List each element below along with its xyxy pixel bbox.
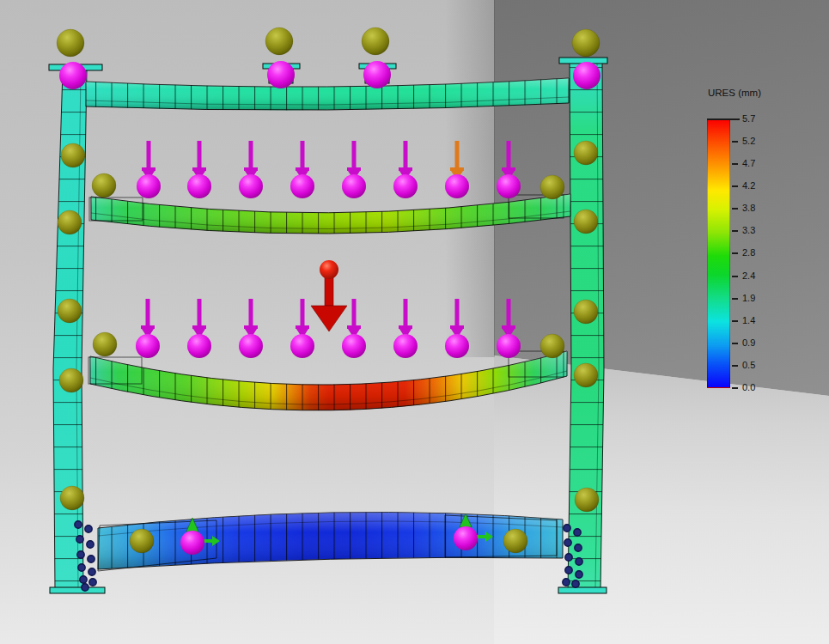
load-arrow-bar (296, 167, 309, 171)
load-arrow-bar (192, 325, 206, 329)
legend-tick-label: 3.3 (742, 224, 755, 236)
legend-tick-mark (732, 387, 738, 389)
legend-tick-label: 2.4 (742, 270, 755, 282)
load-sphere (497, 174, 521, 198)
load-arrow-shaft (507, 299, 511, 326)
load-arrow-bar (192, 167, 206, 171)
load-sphere (342, 174, 366, 198)
legend-tick-mark (732, 185, 738, 187)
load-arrow-shaft (301, 299, 305, 326)
load-sphere (137, 174, 161, 198)
simulation-viewport[interactable]: URES (mm) 5.75.24.74.23.83.32.82.41.91.4… (0, 0, 829, 644)
load-sphere (290, 174, 314, 198)
bolt-connector (87, 541, 94, 548)
top-beam-mesh (86, 78, 569, 110)
result-legend[interactable]: URES (mm) 5.75.24.74.23.83.32.82.41.91.4… (696, 82, 826, 405)
load-arrow-bar (399, 167, 412, 171)
second-floor-beam-mesh (91, 194, 570, 234)
legend-tick-label: 0.5 (742, 359, 755, 371)
load-arrow-bar (141, 325, 155, 329)
load-arrow-bar (399, 325, 412, 329)
joint-sphere-olive (59, 368, 83, 392)
bolt-connector (563, 579, 570, 586)
load-arrow (136, 299, 160, 358)
bolt-connector (82, 584, 88, 591)
legend-colorbar (707, 119, 730, 388)
joint-sphere-olive (540, 175, 564, 199)
bolt-connector (576, 558, 582, 565)
third-floor-beam-mesh (90, 351, 567, 410)
load-sphere (136, 334, 160, 358)
load-arrow (239, 299, 263, 358)
restraint-sphere (180, 531, 204, 555)
legend-tick-mark (707, 118, 740, 120)
bolt-connector (75, 521, 82, 528)
load-arrow-shaft (404, 299, 408, 326)
restraint-sphere (454, 526, 478, 550)
load-sphere (290, 334, 314, 358)
bolt-connector (88, 568, 95, 575)
legend-tick-label: 5.2 (742, 135, 755, 147)
bolt-connector (88, 556, 94, 562)
load-arrow-shaft (249, 141, 253, 168)
load-sphere (497, 334, 521, 358)
legend-tick-mark (732, 141, 738, 143)
bolt-connector (85, 526, 92, 532)
joint-sphere-olive (362, 27, 389, 55)
legend-tick-label: 5.7 (742, 112, 755, 125)
load-arrow (393, 299, 418, 358)
joint-sphere-olive (503, 529, 527, 553)
joint-sphere-magenta (363, 61, 391, 88)
joint-sphere-olive (93, 332, 117, 356)
joint-sphere-olive (572, 29, 600, 57)
load-arrow-bar (502, 167, 515, 171)
bolt-connector (574, 529, 581, 536)
joint-sphere-olive (540, 334, 564, 358)
legend-tick-label: 2.8 (742, 246, 755, 258)
legend-tick-mark (732, 252, 738, 254)
joint-sphere-olive (58, 299, 82, 323)
left-column-base-plate (50, 587, 105, 593)
legend-tick-label: 0.9 (742, 337, 755, 349)
legend-tick-label: 1.9 (742, 292, 755, 304)
legend-tick-label: 3.8 (742, 202, 755, 214)
load-arrow (290, 141, 314, 198)
load-arrow-bar (347, 325, 361, 329)
load-arrow-shaft (198, 141, 202, 168)
load-arrow-bar (142, 167, 155, 171)
joint-sphere-olive (574, 141, 598, 165)
load-arrow (137, 141, 161, 198)
bolt-connector (80, 576, 87, 583)
legend-tick-mark (732, 163, 738, 165)
bolt-connector (575, 544, 582, 551)
legend-tick-mark (732, 343, 738, 344)
bolt-connector (576, 571, 582, 578)
load-arrow (239, 141, 263, 198)
joint-sphere-olive (265, 27, 293, 55)
load-arrow (187, 141, 211, 198)
right-column-base-plate (558, 587, 607, 593)
bolt-connector (78, 564, 85, 571)
legend-tick-mark (732, 320, 738, 322)
load-arrow (290, 299, 314, 358)
load-arrow-shaft (198, 299, 202, 326)
load-sphere (187, 334, 211, 358)
load-arrow-bar (347, 167, 361, 171)
joint-sphere-olive (574, 363, 598, 387)
load-arrow-shaft (455, 141, 460, 168)
load-sphere (393, 334, 418, 358)
load-arrow (497, 141, 521, 198)
bolt-connector (565, 554, 572, 561)
load-sphere (342, 334, 366, 358)
load-sphere (239, 174, 263, 198)
legend-tick-mark (732, 276, 738, 277)
load-arrow (342, 141, 366, 198)
joint-sphere-olive (57, 29, 84, 57)
point-force-arrow (311, 260, 347, 331)
load-arrow-bar (450, 325, 464, 329)
bolt-connector (565, 567, 572, 574)
load-sphere (445, 334, 469, 358)
distributed-load-row-upper (137, 141, 521, 198)
joint-sphere-olive (575, 488, 599, 512)
legend-tick-mark (732, 365, 738, 367)
